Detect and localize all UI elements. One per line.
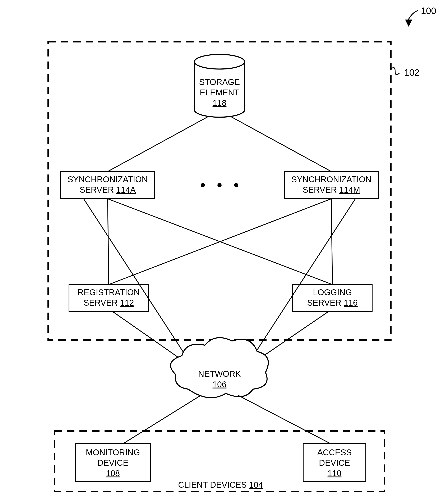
network-ref: 106	[213, 380, 227, 389]
edge-sa-reg	[108, 199, 109, 285]
server-group-ref-text: 102	[404, 67, 419, 78]
sync-server-m: SYNCHRONIZATION SERVER 114M	[284, 172, 379, 199]
svg-point-1	[194, 54, 245, 69]
access-device: ACCESS DEVICE 110	[303, 444, 366, 481]
svg-point-5	[217, 183, 222, 187]
sync-a-line1: SYNCHRONIZATION	[68, 175, 148, 184]
svg-point-4	[201, 183, 205, 187]
edge-storage-syncm	[230, 116, 331, 172]
registration-server: REGISTRATION SERVER 112	[69, 285, 148, 312]
log-line2: SERVER 116	[307, 298, 358, 307]
svg-point-6	[234, 183, 238, 187]
acc-ref: 110	[327, 469, 342, 478]
mon-line2: DEVICE	[97, 458, 129, 468]
storage-line2: ELEMENT	[200, 88, 239, 97]
acc-line2: DEVICE	[319, 458, 350, 468]
client-devices-label: CLIENT DEVICES 104	[178, 480, 263, 489]
log-line1: LOGGING	[313, 288, 352, 297]
storage-ref: 118	[213, 98, 227, 108]
ellipsis-dots	[201, 183, 238, 187]
monitoring-device: MONITORING DEVICE 108	[75, 444, 151, 481]
edge-sm-log	[331, 199, 332, 285]
figure-ref: 100	[406, 6, 436, 26]
storage-element: STORAGE ELEMENT 118	[194, 54, 245, 117]
server-group-ref: 102	[391, 67, 420, 78]
figure-ref-text: 100	[421, 6, 436, 16]
mon-line1: MONITORING	[86, 448, 140, 457]
reg-line2: SERVER 112	[83, 298, 134, 307]
edge-net-acc	[238, 396, 330, 444]
edge-storage-synca	[108, 116, 209, 172]
svg-marker-0	[406, 20, 412, 26]
logging-server: LOGGING SERVER 116	[293, 285, 372, 312]
edge-net-mon	[123, 396, 201, 444]
storage-line1: STORAGE	[199, 77, 240, 87]
acc-line1: ACCESS	[317, 448, 352, 457]
sync-m-line2: SERVER 114M	[303, 185, 360, 194]
sync-a-line2: SERVER 114A	[80, 185, 136, 194]
network-cloud: NETWORK 106	[171, 338, 268, 398]
reg-line1: REGISTRATION	[78, 288, 140, 297]
sync-m-line1: SYNCHRONIZATION	[291, 175, 372, 184]
network-label: NETWORK	[198, 369, 241, 378]
mon-ref: 108	[106, 469, 120, 478]
diagram-root: 100 102 STORAGE ELEMENT 118 SYNCHRONIZAT…	[0, 0, 448, 504]
sync-server-a: SYNCHRONIZATION SERVER 114A	[61, 172, 155, 199]
